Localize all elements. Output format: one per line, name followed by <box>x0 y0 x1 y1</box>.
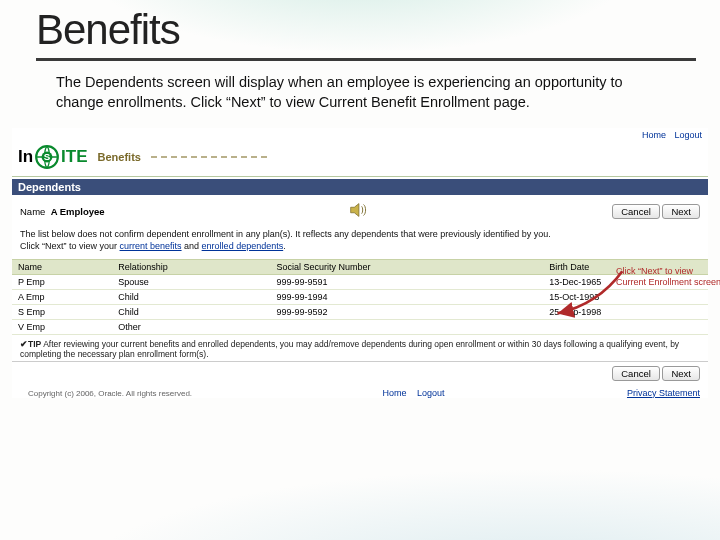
insite-logo: In S ITE <box>18 144 88 170</box>
name-label: Name <box>20 206 45 217</box>
top-home-link[interactable]: Home <box>642 130 666 140</box>
speaker-icon[interactable] <box>347 199 369 223</box>
cell-ssn: 999-99-1994 <box>271 289 544 304</box>
cell-name: S Emp <box>12 304 112 319</box>
cell-name: P Emp <box>12 274 112 289</box>
breadcrumb-divider <box>151 156 271 158</box>
col-name: Name <box>12 259 112 274</box>
section-header: Dependents <box>12 179 708 195</box>
col-relationship: Relationship <box>112 259 270 274</box>
cell-rel: Child <box>112 289 270 304</box>
tip-text: ✔TIP After reviewing your current benefi… <box>12 335 708 361</box>
name-value: A Employee <box>51 206 105 217</box>
footer-home-link[interactable]: Home <box>382 388 406 398</box>
cell-rel: Spouse <box>112 274 270 289</box>
top-nav: Home Logout <box>12 128 708 142</box>
cancel-button[interactable]: Cancel <box>612 204 660 219</box>
tip-label: TIP <box>28 339 41 349</box>
help-mid: and <box>182 241 202 251</box>
app-screenshot: Home Logout In S ITE Benefits Dependents… <box>12 128 708 397</box>
top-logout-link[interactable]: Logout <box>674 130 702 140</box>
help-text: The list below does not confirm dependen… <box>12 227 708 258</box>
help-line2-pre: Click “Next” to view your <box>20 241 120 251</box>
copyright-text: Copyright (c) 2006, Oracle. All rights r… <box>20 387 200 398</box>
tip-body: After reviewing your current benefits an… <box>20 339 679 359</box>
cell-ssn: 999-99-9591 <box>271 274 544 289</box>
cell-rel: Other <box>112 319 270 334</box>
next-button[interactable]: Next <box>662 204 700 219</box>
cell-name: V Emp <box>12 319 112 334</box>
logo-suffix: ITE <box>61 147 87 167</box>
logo-prefix: In <box>18 147 33 167</box>
globe-icon: S <box>34 144 60 170</box>
col-ssn: Social Security Number <box>271 259 544 274</box>
table-row: V EmpOther <box>12 319 708 334</box>
cell-ssn: 999-99-9592 <box>271 304 544 319</box>
enrolled-dependents-link[interactable]: enrolled dependents <box>202 241 284 251</box>
next-button[interactable]: Next <box>662 366 700 381</box>
cancel-button[interactable]: Cancel <box>612 366 660 381</box>
slide-intro-text: The Dependents screen will display when … <box>0 61 720 122</box>
privacy-link[interactable]: Privacy Statement <box>627 388 700 398</box>
cell-ssn <box>271 319 544 334</box>
help-period: . <box>283 241 286 251</box>
bottom-button-row: Cancel Next <box>12 361 708 383</box>
svg-text:S: S <box>44 151 51 162</box>
breadcrumb: Benefits <box>98 151 141 163</box>
slide-title: Benefits <box>36 6 696 54</box>
footer-logout-link[interactable]: Logout <box>417 388 445 398</box>
employee-name: Name A Employee <box>20 206 105 217</box>
help-line1: The list below does not confirm dependen… <box>20 229 700 241</box>
cell-name: A Emp <box>12 289 112 304</box>
footer-center-links: Home Logout <box>200 388 627 398</box>
current-benefits-link[interactable]: current benefits <box>120 241 182 251</box>
cell-rel: Child <box>112 304 270 319</box>
top-button-row: Cancel Next <box>612 204 700 219</box>
